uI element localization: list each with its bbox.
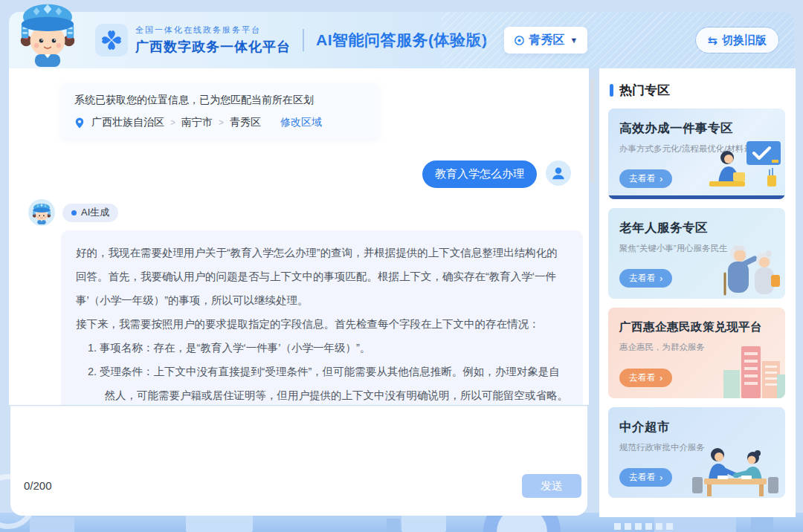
page: 全国一体化在线政务服务平台 广西数字政务一体化平台 AI智能问答服务(体验版) … (0, 0, 803, 532)
user-message-row: 教育入学怎么办理 (422, 160, 571, 188)
message-input[interactable] (24, 415, 473, 476)
card-title: 广西惠企惠民政策兑现平台 (619, 319, 785, 335)
chat-panel: 系统已获取您的位置信息，已为您匹配当前所在区划 广西壮族自治区 > 南宁市 > … (9, 68, 589, 405)
char-counter: 0/200 (24, 479, 52, 492)
card-base-strip (608, 195, 785, 199)
brand-small-text: 全国一体化在线政务服务平台 (135, 25, 291, 36)
chevron-right-icon: › (660, 273, 662, 284)
region-label: 青秀区 (529, 33, 565, 48)
chevron-right-icon: › (660, 472, 662, 483)
ai-list: 1. 事项名称：存在，是“教育入学‘一件事’（小学一年级）”。 2. 受理条件：… (88, 336, 568, 405)
go-see-label: 去看看 (629, 272, 656, 285)
user-avatar (546, 160, 571, 186)
modify-region-link[interactable]: 修改区域 (280, 116, 322, 129)
user-message-bubble: 教育入学怎么办理 (422, 160, 537, 188)
page-title: AI智能问答服务(体验版) (316, 30, 488, 51)
location-info-card: 系统已获取您的位置信息，已为您匹配当前所在区划 广西壮族自治区 > 南宁市 > … (61, 83, 379, 139)
mascot-avatar (12, 0, 83, 67)
card-title: 老年人服务专区 (619, 220, 785, 236)
go-see-button[interactable]: 去看看 › (619, 169, 672, 188)
card-intermediary-market[interactable]: 中介超市 规范行政审批中介服务 去看看 (608, 407, 785, 498)
chevron-right-icon: › (660, 372, 662, 383)
card-subtitle: 规范行政审批中介服务 (619, 442, 785, 453)
breadcrumb-province: 广西壮族自治区 (91, 116, 164, 129)
ai-dot-icon (71, 210, 77, 215)
go-see-label: 去看看 (629, 471, 656, 484)
ai-message-header: AI生成 (28, 199, 118, 226)
go-see-label: 去看看 (629, 372, 656, 384)
card-title: 中介超市 (619, 419, 785, 435)
hot-zones-sidebar: 热门专区 高效办成一件事专区 办事方式多元化/流程最优化/材料最简化 去看看 (599, 68, 796, 517)
breadcrumb-separator-icon: > (170, 117, 175, 128)
breadcrumb-district: 青秀区 (230, 116, 261, 129)
brand-block: 全国一体化在线政务服务平台 广西数字政务一体化平台 (95, 24, 291, 56)
card-subtitle: 办事方式多元化/流程最优化/材料最简化 (619, 143, 785, 155)
switch-arrows-icon: ⇆ (708, 33, 717, 48)
card-subtitle: 惠企惠民，为群众服务 (619, 342, 785, 353)
location-notice: 系统已获取您的位置信息，已为您匹配当前所在区划 (74, 94, 366, 107)
card-one-thing-zone[interactable]: 高效办成一件事专区 办事方式多元化/流程最优化/材料最简化 去看看 › (608, 108, 785, 199)
breadcrumb-separator-icon: > (219, 117, 224, 128)
region-selector[interactable]: 青秀区 ▼ (504, 27, 588, 53)
ai-paragraph: 好的，我现在需要处理用户关于“教育入学怎么办理”的查询，并根据提供的上下文信息整… (76, 241, 568, 312)
breadcrumb-city: 南宁市 (181, 116, 213, 129)
app-header: 全国一体化在线政务服务平台 广西数字政务一体化平台 AI智能问答服务(体验版) … (9, 12, 794, 68)
region-pin-icon (514, 35, 525, 46)
card-subtitle: 聚焦“关键小事”用心服务民生 (619, 243, 785, 254)
go-see-label: 去看看 (629, 172, 656, 185)
chevron-down-icon: ▼ (570, 36, 578, 45)
switch-old-version-button[interactable]: ⇆ 切换旧版 (695, 27, 779, 53)
ai-list-item: 2. 受理条件：上下文中没有直接提到“受理条件”，但可能需要从其他信息推断。例如… (88, 360, 568, 405)
ai-badge-label: AI生成 (81, 206, 109, 219)
location-pin-icon (74, 117, 85, 129)
ai-message-bubble: 好的，我现在需要处理用户关于“教育入学怎么办理”的查询，并根据提供的上下文信息整… (61, 230, 583, 405)
brand-big-text: 广西数字政务一体化平台 (135, 38, 291, 56)
chevron-right-icon: › (660, 173, 662, 184)
go-see-button[interactable]: 去看看 › (619, 269, 672, 288)
card-elderly-zone[interactable]: 老年人服务专区 聚焦“关键小事”用心服务民生 去看看 › (608, 208, 785, 299)
card-policy-platform[interactable]: 广西惠企惠民政策兑现平台 惠企惠民，为群众服务 去看看 › (608, 308, 785, 398)
chat-scrollbar[interactable] (590, 79, 594, 183)
sidebar-header: 热门专区 (610, 82, 788, 98)
switch-old-version-label: 切换旧版 (722, 33, 767, 48)
ai-avatar (28, 199, 55, 226)
header-divider (303, 29, 304, 51)
location-breadcrumb-row: 广西壮族自治区 > 南宁市 > 青秀区 修改区域 (74, 116, 366, 129)
card-title: 高效办成一件事专区 (619, 120, 785, 137)
sidebar-title-bar-icon (610, 84, 613, 97)
send-button[interactable]: 发送 (522, 474, 581, 498)
ai-paragraph: 接下来，我需要按照用户的要求提取指定的字段信息。首先检查每个字段在上下文中的存在… (76, 312, 568, 336)
platform-logo-icon (95, 24, 128, 56)
go-see-button[interactable]: 去看看 › (619, 468, 672, 487)
message-input-panel: 0/200 发送 (10, 406, 587, 516)
sidebar-title: 热门专区 (619, 82, 670, 99)
go-see-button[interactable]: 去看看 › (619, 369, 672, 387)
ai-list-item: 1. 事项名称：存在，是“教育入学‘一件事’（小学一年级）”。 (88, 336, 568, 360)
ai-generated-badge: AI生成 (62, 204, 118, 222)
